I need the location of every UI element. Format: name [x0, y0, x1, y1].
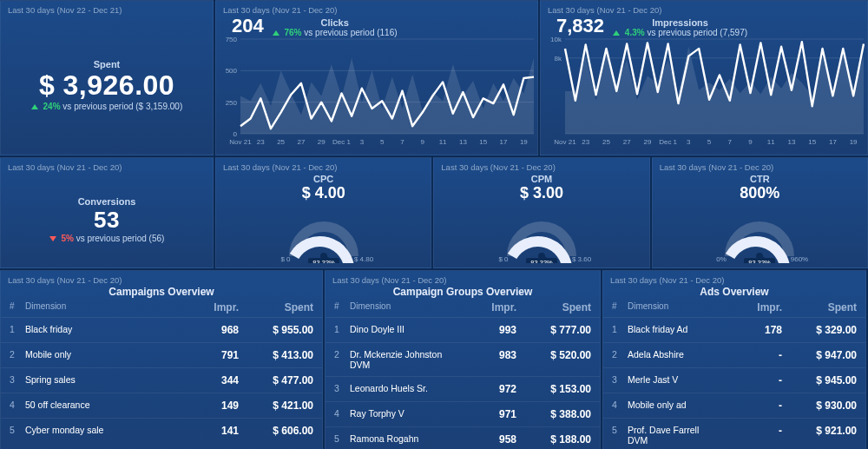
svg-text:9: 9 [421, 138, 425, 146]
clicks-card: Last 30 days (Nov 21 - Dec 20) 204 Click… [215, 0, 538, 155]
period-label: Last 30 days (Nov 21 - Dec 20) [653, 158, 780, 172]
svg-text:3: 3 [360, 138, 365, 146]
table-row[interactable]: 2Adela Abshire-$ 947.00 [603, 342, 865, 367]
metric-value: 204 [232, 15, 264, 37]
period-label: Last 30 days (Nov 21 - Dec 20) [1, 271, 322, 285]
svg-text:23: 23 [582, 138, 589, 146]
svg-text:15: 15 [479, 138, 487, 146]
impr-cell: 344 [178, 374, 239, 386]
metric-value: $ 4.00 [302, 184, 345, 202]
spent-cell: $ 329.00 [782, 324, 857, 336]
table-row[interactable]: 1Dino Doyle III993$ 777.00 [326, 317, 600, 342]
spent-cell: $ 947.00 [782, 349, 857, 361]
arrow-up-icon [613, 30, 620, 36]
gauges-row: Last 30 days (Nov 21 - Dec 20) CPC $ 4.0… [215, 157, 868, 268]
dimension-cell: Leonardo Huels Sr. [350, 383, 456, 395]
svg-text:83.33%: 83.33% [312, 259, 335, 263]
arrow-up-icon [273, 30, 279, 36]
spent-cell: $ 388.00 [516, 408, 591, 420]
metric-title: CTR [750, 174, 770, 184]
metric-title: Impressions [613, 17, 747, 28]
svg-text:250: 250 [226, 99, 238, 107]
svg-text:11: 11 [767, 138, 775, 146]
impressions-chart: 8k10kNov 2123252729Dec 135791113151719 [541, 37, 868, 146]
svg-text:0%: 0% [717, 255, 727, 263]
svg-text:$ 4.80: $ 4.80 [354, 255, 374, 263]
svg-text:25: 25 [602, 138, 610, 146]
svg-text:9: 9 [748, 138, 753, 146]
metric-value: 53 [94, 207, 120, 234]
svg-text:17: 17 [500, 138, 508, 146]
spent-cell: $ 945.00 [782, 374, 857, 386]
table-row[interactable]: 5Prof. Dave Farrell DVM-$ 921.00 [603, 418, 865, 449]
table-header: # Dimension Impr. Spent [603, 298, 865, 317]
arrow-up-icon [31, 104, 38, 109]
table-title: Ads Overview [603, 286, 865, 298]
svg-text:Nov 21: Nov 21 [554, 138, 576, 146]
ctr-gauge: 0%960%83.33% [681, 202, 838, 263]
table-row[interactable]: 5Ramona Rogahn958$ 188.00 [326, 426, 600, 449]
impr-cell: - [721, 349, 782, 361]
ctr-card: Last 30 days (Nov 21 - Dec 20) CTR 800% … [652, 157, 868, 268]
campaigns-table: Last 30 days (Nov 21 - Dec 20) Campaigns… [0, 270, 323, 449]
dimension-cell: Black friday Ad [628, 324, 721, 336]
table-row[interactable]: 2Dr. Mckenzie Johnston DVM983$ 520.00 [326, 342, 600, 376]
svg-text:27: 27 [297, 138, 305, 146]
svg-text:15: 15 [808, 138, 816, 146]
clicks-chart: 0250500750Nov 2123252729Dec 135791113151… [216, 37, 538, 146]
table-row[interactable]: 1Black friday Ad178$ 329.00 [603, 317, 865, 342]
table-row[interactable]: 4Mobile only ad-$ 930.00 [603, 393, 865, 418]
table-row[interactable]: 3Leonardo Huels Sr.972$ 153.00 [326, 376, 600, 401]
spent-cell: $ 477.00 [239, 374, 313, 386]
dimension-cell: 50 off clearance [25, 399, 178, 412]
groups-table: Last 30 days (Nov 21 - Dec 20) Campaign … [325, 270, 601, 449]
table-row[interactable]: 450 off clearance149$ 421.00 [1, 393, 322, 418]
period-label: Last 30 days (Nov 21 - Dec 20) [216, 1, 537, 15]
dimension-cell: Mobile only ad [628, 399, 721, 412]
dimension-cell: Ramona Rogahn [350, 433, 456, 446]
metric-title: CPC [313, 174, 333, 184]
conversions-card: Last 30 days (Nov 21 - Dec 20) Conversio… [0, 157, 214, 268]
svg-text:$ 3.60: $ 3.60 [572, 255, 592, 263]
metric-delta: 4.3% vs previous period (7,597) [613, 28, 747, 37]
svg-text:27: 27 [623, 138, 631, 146]
spent-cell: $ 955.00 [239, 324, 313, 336]
spent-cell: $ 930.00 [782, 399, 857, 412]
dimension-cell: Adela Abshire [628, 349, 721, 361]
table-row[interactable]: 1Black friday968$ 955.00 [1, 317, 322, 342]
metric-value: $ 3.00 [520, 184, 563, 202]
period-label: Last 30 days (Nov 21 - Dec 20) [603, 271, 865, 285]
svg-text:13: 13 [459, 138, 467, 146]
period-label: Last 30 days (Nov 21 - Dec 20) [216, 158, 344, 172]
arrow-down-icon [49, 236, 56, 241]
dimension-cell: Cyber monday sale [25, 425, 178, 437]
impr-cell: 983 [456, 349, 516, 370]
svg-text:$ 0: $ 0 [280, 255, 291, 263]
table-row[interactable]: 3Spring sales344$ 477.00 [1, 367, 322, 393]
svg-text:Dec 1: Dec 1 [332, 138, 351, 146]
svg-text:25: 25 [277, 138, 285, 146]
spent-cell: $ 153.00 [516, 383, 591, 395]
svg-text:23: 23 [257, 138, 265, 146]
table-row[interactable]: 3Merle Jast V-$ 945.00 [603, 367, 865, 393]
impr-cell: 993 [456, 324, 516, 336]
period-label: Last 30 days (Nov 21 - Dec 20) [434, 158, 562, 172]
cpm-card: Last 30 days (Nov 21 - Dec 20) CPM $ 3.0… [433, 157, 649, 268]
table-row[interactable]: 4Ray Torphy V971$ 388.00 [326, 401, 600, 426]
table-row[interactable]: 5Cyber monday sale141$ 606.00 [1, 418, 322, 443]
svg-text:5: 5 [380, 138, 385, 146]
svg-text:$ 0: $ 0 [498, 255, 509, 263]
svg-text:10k: 10k [550, 37, 562, 43]
table-header: # Dimension Impr. Spent [326, 298, 600, 317]
impr-cell: - [721, 374, 782, 386]
ads-table: Last 30 days (Nov 21 - Dec 20) Ads Overv… [602, 270, 866, 449]
svg-text:83.33%: 83.33% [530, 259, 553, 263]
impr-cell: 791 [178, 349, 239, 361]
dimension-cell: Spring sales [25, 374, 178, 386]
table-row[interactable]: 2Mobile only791$ 413.00 [1, 342, 322, 367]
impr-cell: 971 [456, 408, 516, 420]
impr-cell: - [721, 425, 782, 446]
svg-text:19: 19 [850, 138, 858, 146]
dimension-cell: Prof. Dave Farrell DVM [628, 425, 721, 446]
table-title: Campaign Groups Overview [326, 286, 600, 298]
